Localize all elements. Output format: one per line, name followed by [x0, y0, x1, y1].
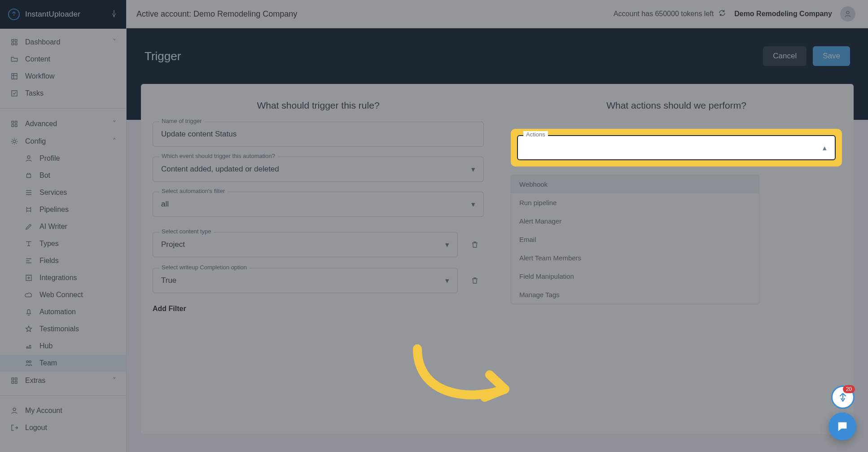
field-value: Content added, updated or deleted [161, 165, 279, 174]
actions-dropdown-highlight: Actions ▴ [511, 129, 842, 167]
nav-bot[interactable]: Bot [0, 167, 126, 184]
filter-field[interactable]: Select automation's filter all ▾ [153, 192, 484, 217]
gear-icon [10, 137, 19, 145]
actions-option[interactable]: Manage Tags [511, 285, 759, 304]
name-field[interactable]: Name of trigger Update content Status [153, 122, 484, 147]
brand-fab[interactable]: 20 [831, 386, 855, 409]
delete-filter-button[interactable] [466, 272, 484, 290]
content-type-select[interactable]: Project ▾ [153, 232, 458, 257]
nav-label: My Account [25, 407, 62, 415]
svg-point-0 [846, 11, 849, 14]
modules-icon [10, 377, 19, 385]
chevron-down-icon: ˅ [113, 119, 116, 128]
field-label: Select automation's filter [159, 188, 228, 194]
nav-profile[interactable]: Profile [0, 150, 126, 167]
delete-filter-button[interactable] [466, 236, 484, 254]
content-type-field[interactable]: Select content type Project ▾ [153, 232, 458, 257]
nav-web-connect[interactable]: Web Connect [0, 286, 126, 303]
bell-icon [24, 308, 33, 316]
actions-option[interactable]: Field Manipulation [511, 267, 759, 285]
nav-label: Tasks [25, 89, 44, 97]
nav-automation[interactable]: Automation [0, 303, 126, 320]
nav-my-account[interactable]: My Account [0, 402, 126, 419]
topbar: Active account: Demo Remodeling Company … [127, 0, 868, 28]
nav-label: Extras [25, 377, 45, 385]
actions-column: What actions should we perform? Actions … [511, 96, 842, 313]
add-filter-button[interactable]: Add Filter [153, 305, 484, 313]
nav-dashboard[interactable]: Dashboard˅ [0, 33, 126, 51]
nav-pipelines[interactable]: Pipelines [0, 201, 126, 218]
nav-services[interactable]: Services [0, 184, 126, 201]
actions-option[interactable]: Alert Team Members [511, 249, 759, 267]
user-icon [10, 407, 19, 415]
nav-label: Advanced [25, 120, 57, 128]
nav-ai-writer[interactable]: AI Writer [0, 218, 126, 235]
nav-team[interactable]: Team [0, 355, 126, 372]
nav-fields[interactable]: Fields [0, 252, 126, 269]
actions-option[interactable]: Run pipeline [511, 193, 759, 212]
nav-hub[interactable]: Hub [0, 338, 126, 355]
nav-label: Workflow [25, 72, 55, 80]
nav-label: Fields [39, 257, 59, 265]
nav-divider [0, 395, 126, 396]
actions-option[interactable]: Webhook [511, 175, 759, 193]
save-button[interactable]: Save [813, 46, 850, 66]
nav-content[interactable]: Content [0, 51, 126, 68]
event-select[interactable]: Content added, updated or deleted ▾ [153, 157, 484, 182]
pin-icon[interactable] [110, 9, 118, 19]
star-icon [24, 325, 33, 333]
avatar[interactable] [840, 6, 855, 22]
tutorial-arrow-icon [399, 344, 525, 416]
actions-dropdown-menu: WebhookRun pipelineAlert ManagerEmailAle… [511, 175, 759, 304]
field-value: all [161, 200, 169, 209]
chevron-down-icon: ˅ [113, 376, 116, 385]
brand-logo-icon [8, 9, 20, 20]
nav-label: Logout [25, 424, 47, 432]
notification-badge: 20 [843, 385, 855, 393]
check-square-icon [10, 89, 19, 97]
nav-logout[interactable]: Logout [0, 419, 126, 436]
nav-types[interactable]: Types [0, 235, 126, 252]
nav-extras[interactable]: Extras˅ [0, 372, 126, 389]
board-icon [10, 72, 19, 80]
field-value: True [161, 276, 176, 285]
filter-select[interactable]: all ▾ [153, 192, 484, 217]
refresh-icon[interactable] [718, 9, 726, 19]
nav-label: AI Writer [39, 223, 67, 231]
nav-integrations[interactable]: Integrations [0, 269, 126, 286]
chevron-up-icon: ▴ [823, 143, 827, 153]
cloud-icon [24, 291, 33, 299]
event-field[interactable]: Which event should trigger this automati… [153, 157, 484, 182]
tokens-left: Account has 650000 tokens left [614, 9, 726, 19]
field-label: Select content type [159, 228, 214, 235]
nav-advanced[interactable]: Advanced˅ [0, 115, 126, 132]
nav-testimonials[interactable]: Testimonials [0, 320, 126, 338]
nav-label: Hub [39, 342, 53, 350]
actions-select[interactable]: ▴ [517, 135, 836, 160]
nav-tasks[interactable]: Tasks [0, 85, 126, 102]
chat-fab[interactable] [829, 413, 856, 440]
nav-label: Team [39, 359, 57, 367]
nav-label: Dashboard [25, 38, 60, 46]
writeup-select[interactable]: True ▾ [153, 268, 458, 293]
right-column-title: What actions should we perform? [511, 100, 842, 111]
pipeline-icon [24, 206, 33, 214]
cancel-button[interactable]: Cancel [763, 46, 807, 66]
folder-icon [10, 55, 19, 63]
writeup-field[interactable]: Select writeup Completion option True ▾ [153, 268, 458, 293]
company-name[interactable]: Demo Remodeling Company [734, 10, 832, 18]
actions-field[interactable]: Actions ▴ [517, 135, 836, 160]
field-label: Actions [523, 131, 548, 138]
field-value: Update content Status [161, 130, 237, 139]
trigger-column: What should trigger this rule? Name of t… [153, 96, 484, 313]
fields-icon [24, 257, 33, 265]
plus-square-icon [24, 274, 33, 282]
actions-option[interactable]: Alert Manager [511, 212, 759, 230]
field-label: Name of trigger [159, 118, 205, 124]
actions-option[interactable]: Email [511, 230, 759, 249]
nav-workflow[interactable]: Workflow [0, 68, 126, 85]
robot-icon [24, 171, 33, 180]
nav-divider [0, 108, 126, 109]
name-input[interactable]: Update content Status [153, 122, 484, 147]
nav-config[interactable]: Config˄ [0, 132, 126, 150]
